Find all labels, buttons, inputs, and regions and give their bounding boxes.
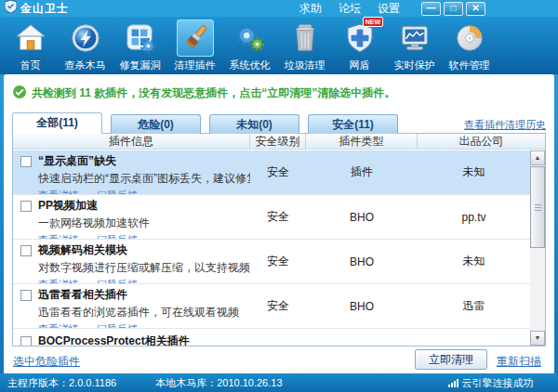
program-version: 主程序版本：2.0.0.1186 — [7, 376, 116, 390]
table-row[interactable]: PP视频加速 一款网络视频加速软件 查看详情 问题反馈 安全 BHO pp.tv — [13, 195, 530, 240]
scan-result-message: 共检测到 11 款插件，没有发现恶意插件，点击“立即清理”清除选中插件。 — [13, 85, 395, 101]
toolbar-item-home[interactable]: 首页 — [3, 17, 58, 74]
toolbar-item-software-manage[interactable]: 软件管理 — [442, 17, 497, 74]
scrollbar-thumb[interactable] — [530, 166, 545, 248]
toolbar-label: 修复漏洞 — [120, 59, 161, 72]
toolbar-label: 查杀木马 — [65, 59, 106, 72]
software-manage-icon — [451, 20, 488, 57]
toolbar-item-trojan-scan[interactable]: 查杀木马 — [58, 17, 113, 74]
window-controls: — □ ✕ — [421, 2, 485, 16]
main-toolbar: 首页 查杀木马 修复漏洞 清理插件 系统优化 — [0, 17, 558, 74]
toolbar-label: 软件管理 — [449, 59, 490, 72]
virus-db-version: 本地木马库：2010.10.26.13 — [155, 376, 282, 390]
header-safety-level: 安全级别 — [249, 134, 305, 150]
row-checkbox[interactable] — [20, 156, 32, 167]
content-panel: 共检测到 11 款插件，没有发现恶意插件，点击“立即清理”清除选中插件。 全部(… — [4, 74, 554, 373]
plugin-clean-history-link[interactable]: 查看插件清理历史 — [464, 118, 546, 132]
realtime-protect-icon — [396, 20, 433, 57]
scroll-down-icon[interactable]: ▼ — [530, 331, 545, 346]
toolbar-item-plugin-clean[interactable]: 清理插件 — [167, 17, 222, 74]
plugin-company: 未知 — [418, 150, 530, 194]
new-badge: NEW — [363, 17, 383, 27]
toolbar-item-junk-clean[interactable]: 垃圾清理 — [277, 17, 332, 74]
plugin-table: 插件信息 安全级别 插件类型 出品公司 “显示桌面”缺失 快速启动栏的“显示桌面… — [12, 133, 546, 346]
plugin-title: 视频解码相关模块 — [38, 242, 127, 258]
settings-link[interactable]: 设置 — [378, 1, 400, 17]
app-window: 金山卫士 求助 论坛 设置 — □ ✕ 首页 查杀木马 修复 — [0, 0, 558, 392]
filter-tabs: 全部(11) 危险(0) 未知(0) 安全(11) 查看插件清理历史 — [12, 112, 546, 134]
feedback-link[interactable]: 问题反馈 — [97, 323, 138, 328]
plugin-title: “显示桌面”缺失 — [38, 153, 116, 169]
select-danger-plugins-link[interactable]: 选中危险插件 — [13, 354, 80, 370]
row-checkbox[interactable] — [20, 336, 32, 346]
plugin-level: 安全 — [250, 284, 306, 328]
minimize-button[interactable]: — — [421, 2, 441, 16]
rescan-link[interactable]: 重新扫描 — [497, 354, 541, 370]
header-plugin-type: 插件类型 — [305, 134, 417, 150]
titlebar: 金山卫士 求助 论坛 设置 — □ ✕ — [0, 0, 558, 17]
table-body: “显示桌面”缺失 快速启动栏的“显示桌面”图标丢失，建议修复 查看详情 问题反馈… — [13, 150, 545, 346]
plugin-description: 迅雷看看的浏览器插件，可在线观看视频 — [38, 305, 250, 320]
scan-result-text: 共检测到 11 款插件，没有发现恶意插件，点击“立即清理”清除选中插件。 — [32, 85, 395, 101]
vulnerability-fix-icon — [122, 20, 159, 57]
plugin-description: 快速启动栏的“显示桌面”图标丢失，建议修复 — [38, 171, 250, 187]
plugin-description: 对数字视频进行压缩或解压缩，以支持视频文件播放 — [38, 260, 250, 276]
header-company: 出品公司 — [417, 134, 545, 150]
plugin-level: 安全 — [250, 150, 306, 194]
feedback-link[interactable]: 问题反馈 — [97, 234, 138, 239]
tab-danger[interactable]: 危险(0) — [111, 114, 201, 134]
view-details-link[interactable]: 查看详情 — [38, 279, 79, 283]
action-footer: 选中危险插件 立即清理 重新扫描 — [4, 346, 554, 373]
view-details-link[interactable]: 查看详情 — [38, 234, 79, 239]
table-header: 插件信息 安全级别 插件类型 出品公司 — [13, 134, 545, 150]
row-checkbox[interactable] — [20, 201, 32, 212]
clean-now-button[interactable]: 立即清理 — [415, 349, 487, 370]
toolbar-label: 系统优化 — [230, 59, 271, 72]
plugin-type: BHO — [306, 195, 418, 239]
signal-bars-icon — [448, 379, 458, 387]
plugin-level: 安全 — [250, 195, 306, 239]
feedback-link[interactable]: 问题反馈 — [97, 189, 138, 194]
plugin-clean-icon — [177, 20, 214, 57]
toolbar-label: 实时保护 — [394, 59, 435, 72]
table-row[interactable]: 迅雷看看相关插件 迅雷看看的浏览器插件，可在线观看视频 查看详情 问题反馈 安全… — [13, 284, 530, 329]
plugin-title: PP视频加速 — [38, 198, 98, 214]
tab-all[interactable]: 全部(11) — [12, 112, 102, 134]
plugin-title: BOCProcessProtect相关插件 — [38, 333, 190, 346]
plugin-type: BHO — [306, 240, 418, 283]
table-row[interactable]: 视频解码相关模块 对数字视频进行压缩或解压缩，以支持视频文件播放 查看详情 问题… — [13, 240, 530, 284]
row-checkbox[interactable] — [20, 290, 32, 301]
toolbar-label: 清理插件 — [175, 59, 216, 72]
view-details-link[interactable]: 查看详情 — [38, 323, 79, 328]
check-circle-icon — [13, 85, 26, 101]
plugin-company: 迅雷 — [418, 284, 530, 328]
toolbar-item-realtime-protect[interactable]: 实时保护 — [387, 17, 442, 74]
view-details-link[interactable]: 查看详情 — [38, 189, 79, 194]
table-row[interactable]: “显示桌面”缺失 快速启动栏的“显示桌面”图标丢失，建议修复 查看详情 问题反馈… — [13, 150, 530, 195]
close-button[interactable]: ✕ — [466, 2, 485, 16]
tab-unknown[interactable]: 未知(0) — [209, 114, 299, 134]
status-bar: 主程序版本：2.0.0.1186 本地木马库：2010.10.26.13 云引擎… — [0, 373, 558, 392]
scroll-up-icon[interactable]: ▲ — [530, 150, 545, 165]
plugin-type: BHO — [306, 284, 418, 328]
maximize-button[interactable]: □ — [444, 2, 463, 16]
toolbar-item-system-optimize[interactable]: 系统优化 — [222, 17, 277, 74]
plugin-description: 一款网络视频加速软件 — [38, 216, 250, 231]
row-checkbox[interactable] — [20, 245, 32, 256]
plugin-company: 未知 — [418, 240, 530, 283]
forum-link[interactable]: 论坛 — [339, 1, 361, 17]
table-row[interactable]: BOCProcessProtect相关插件 — [13, 329, 530, 346]
plugin-level: 安全 — [250, 240, 306, 283]
toolbar-item-vulnerability-fix[interactable]: 修复漏洞 — [113, 17, 167, 74]
app-shield-icon — [5, 0, 17, 17]
trojan-scan-icon — [67, 20, 104, 57]
toolbar-item-web-shield[interactable]: NEW 网盾 — [332, 17, 387, 74]
feedback-link[interactable]: 问题反馈 — [97, 279, 138, 283]
help-link[interactable]: 求助 — [299, 1, 322, 17]
vertical-scrollbar[interactable]: ▲ ▼ — [530, 150, 545, 346]
cloud-status-text: 云引擎连接成功 — [462, 376, 534, 390]
plugin-title: 迅雷看看相关插件 — [38, 287, 127, 303]
toolbar-label: 网盾 — [350, 59, 370, 72]
tab-safe[interactable]: 安全(11) — [308, 114, 398, 134]
home-icon — [12, 20, 49, 57]
